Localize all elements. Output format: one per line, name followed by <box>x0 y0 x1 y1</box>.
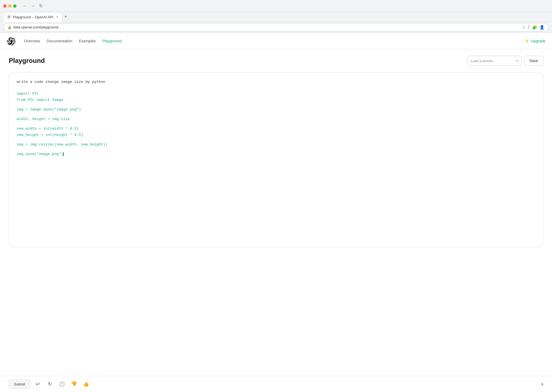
share-icon[interactable]: ⤴ <box>528 25 530 30</box>
nav-overview[interactable]: Overview <box>24 39 40 43</box>
nav-examples[interactable]: Examples <box>79 39 96 43</box>
tab-close-button[interactable]: ✕ <box>56 15 59 19</box>
address-bar-icons: ☆ ⤴ 🧩 👤 <box>522 25 545 30</box>
new-tab-button[interactable]: + <box>62 14 69 20</box>
code-block-new-dims: new_width = int(width * 0.5) new_height … <box>17 126 535 138</box>
code-block-size: width, height = img.size <box>17 116 535 122</box>
code-line-5: new_width = int(width * 0.5) <box>17 126 535 132</box>
prompt-text: write a code change image size by python <box>17 79 535 85</box>
openai-tab-icon <box>7 15 11 19</box>
browser-traffic-lights: ← → ↻ <box>0 0 552 12</box>
minimize-traffic-light[interactable] <box>8 4 11 8</box>
address-bar[interactable]: 🔒 beta.openai.com/playground ☆ ⤴ 🧩 👤 <box>3 23 549 31</box>
page-title: Playground <box>9 57 45 65</box>
preset-area: Load a preset... Save <box>467 56 543 66</box>
code-line-4: width, height = img.size <box>17 116 535 122</box>
close-traffic-light[interactable] <box>3 4 7 8</box>
preset-wrapper: Load a preset... <box>467 56 522 66</box>
extensions-icon[interactable]: 🧩 <box>532 25 537 30</box>
address-bar-row: 🔒 beta.openai.com/playground ☆ ⤴ 🧩 👤 <box>0 22 552 33</box>
code-block-save: img.save("image.png") <box>17 151 535 157</box>
save-button[interactable]: Save <box>524 56 543 66</box>
page-header: Playground Load a preset... Save <box>9 56 543 66</box>
profile-icon[interactable]: 👤 <box>539 25 545 30</box>
nav-documentation[interactable]: Documentation <box>47 39 72 43</box>
bookmark-icon[interactable]: ☆ <box>522 25 525 30</box>
text-cursor <box>63 152 64 156</box>
active-tab[interactable]: Playground – OpenAI API ✕ <box>3 12 62 22</box>
back-button[interactable]: ← <box>21 3 28 9</box>
forward-button[interactable]: → <box>30 3 37 9</box>
tab-bar: Playground – OpenAI API ✕ + <box>0 12 552 22</box>
reload-button[interactable]: ↻ <box>38 3 44 9</box>
code-container[interactable]: write a code change image size by python… <box>9 72 543 247</box>
header-right: ⚡ Upgrade <box>525 39 545 43</box>
nav-playground[interactable]: Playground <box>102 39 122 43</box>
tab-title: Playground – OpenAI API <box>13 15 53 19</box>
code-line-6: new_height = int(height * 0.5) <box>17 132 535 138</box>
traffic-lights <box>3 4 16 8</box>
upgrade-icon: ⚡ <box>525 39 529 43</box>
lock-icon: 🔒 <box>7 25 12 29</box>
code-line-1: import PIL <box>17 91 535 97</box>
main-content: Playground Load a preset... Save write a… <box>0 49 552 254</box>
code-line-2: from PIL import Image <box>17 97 535 103</box>
nav-buttons: ← → ↻ <box>21 3 44 9</box>
upgrade-label: Upgrade <box>531 39 545 43</box>
code-block-imports: import PIL from PIL import Image <box>17 91 535 103</box>
code-block-resize: img = img.resize((new_width, new_height)… <box>17 142 535 148</box>
code-line-8: img.save("image.png") <box>17 151 535 157</box>
code-line-7: img = img.resize((new_width, new_height)… <box>17 142 535 148</box>
upgrade-button[interactable]: ⚡ Upgrade <box>525 39 545 43</box>
openai-logo <box>7 37 15 45</box>
code-block-open: img = Image.open("image.png") <box>17 107 535 113</box>
app-header: Overview Documentation Examples Playgrou… <box>0 33 552 49</box>
nav-links: Overview Documentation Examples Playgrou… <box>24 39 122 43</box>
fullscreen-traffic-light[interactable] <box>13 4 16 8</box>
preset-select[interactable]: Load a preset... <box>467 56 522 66</box>
code-line-3: img = Image.open("image.png") <box>17 107 535 113</box>
url-text: beta.openai.com/playground <box>13 25 58 29</box>
